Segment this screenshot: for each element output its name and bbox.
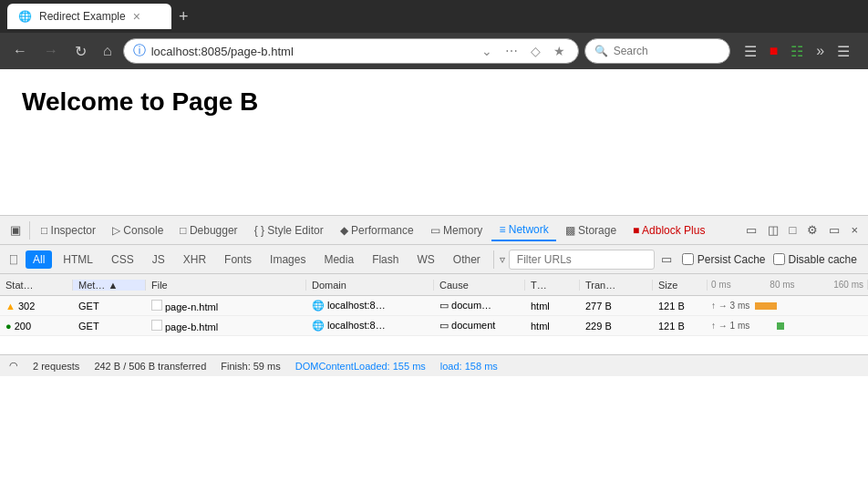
filter-fonts[interactable]: Fonts [217, 250, 259, 269]
timing-160ms: 160 ms [833, 280, 863, 290]
tab-close-button[interactable]: × [133, 9, 140, 24]
filter-js[interactable]: JS [145, 250, 172, 269]
home-button[interactable]: ⌂ [98, 39, 118, 63]
filter-flash[interactable]: Flash [365, 250, 406, 269]
col-status[interactable]: Stat… [0, 280, 73, 291]
disable-cache-checkbox[interactable] [773, 253, 785, 265]
filter-urls-input[interactable] [509, 250, 655, 270]
forward-button[interactable]: → [38, 39, 64, 63]
load-time[interactable]: load: 158 ms [440, 361, 498, 372]
tab-inspector[interactable]: □ Inspector [34, 220, 103, 240]
active-tab[interactable]: 🌐 Redirect Example × [7, 4, 171, 29]
more-devtools-icon[interactable]: ▭ [824, 220, 844, 240]
status-code-200: 200 [15, 321, 31, 332]
col-size[interactable]: Size [653, 280, 708, 291]
row-file-200: page-b.html [146, 320, 306, 332]
clear-network-button[interactable]: ⎕ [5, 250, 22, 269]
row-timing-302: ↑ → 3 ms [708, 301, 868, 311]
new-tab-button[interactable]: + [179, 7, 189, 26]
warning-icon: ▲ [5, 301, 16, 311]
cause-icon-200: ▭ [439, 320, 449, 331]
filter-options-button[interactable]: ▭ [658, 250, 675, 269]
url-more-button[interactable]: ⋯ [501, 42, 522, 60]
disable-cache-label[interactable]: Disable cache [773, 253, 857, 266]
pocket-nav-icon[interactable]: ■ [765, 39, 783, 63]
row-status-200: ● 200 [0, 321, 73, 332]
menu-icon[interactable]: ☰ [832, 39, 854, 64]
row-cause-200: ▭ document [434, 320, 525, 332]
tab-network[interactable]: ≡ Network [491, 220, 555, 241]
pocket-icon[interactable]: ◇ [527, 42, 544, 60]
devtools-toolbar: ▣ □ Inspector ▷ Console □ Debugger { } S… [0, 216, 868, 245]
filter-html[interactable]: HTML [56, 250, 100, 269]
url-bar[interactable]: ⓘ localhost:8085/page-b.html ⌄ ⋯ ◇ ★ [123, 38, 579, 64]
ok-icon: ● [5, 321, 12, 332]
col-cause[interactable]: Cause [434, 280, 525, 291]
tab-adblock[interactable]: ■ Adblock Plus [625, 220, 712, 240]
tab-style-editor[interactable]: { } Style Editor [247, 220, 331, 240]
persist-cache-text: Persist Cache [698, 253, 766, 266]
dock-icon[interactable]: □ [785, 220, 801, 240]
persist-cache-label[interactable]: Persist Cache [682, 253, 766, 266]
search-icon: 🔍 [594, 45, 608, 57]
filter-ws[interactable]: WS [409, 250, 441, 269]
network-status-bar: ◠ 2 requests 242 B / 506 B transferred F… [0, 354, 868, 376]
settings-icon[interactable]: ⚙ [802, 220, 822, 240]
tab-storage[interactable]: ▩ Storage [558, 220, 624, 240]
nav-right-icons: ☰ ■ ☷ » ☰ [739, 39, 855, 64]
back-button[interactable]: ← [7, 39, 33, 63]
col-file[interactable]: File [146, 280, 306, 291]
browser-chrome: 🌐 Redirect Example × + [0, 0, 868, 33]
network-empty-area [0, 336, 868, 354]
row-size-302: 121 B [653, 301, 708, 311]
domain-icon-302: 🌐 [312, 300, 325, 311]
row-method-200: GET [73, 321, 146, 332]
reload-button[interactable]: ↻ [69, 39, 92, 64]
table-row[interactable]: ● 200 GET page-b.html 🌐 localhost:8… ▭ d… [0, 316, 868, 336]
search-input[interactable] [614, 45, 720, 57]
request-count: 2 requests [33, 361, 79, 372]
responsive-design-icon[interactable]: ▭ [741, 220, 761, 240]
tab-memory[interactable]: ▭ Memory [423, 220, 491, 240]
row-status-302: ▲ 302 [0, 301, 73, 311]
row-timing-200: ↑ → 1 ms [708, 321, 868, 331]
filter-xhr[interactable]: XHR [176, 250, 213, 269]
timing-80ms: 80 ms [770, 280, 794, 290]
page-content: Welcome to Page B [0, 69, 868, 215]
tab-performance[interactable]: ◆ Performance [333, 220, 421, 240]
tab-console[interactable]: ▷ Console [105, 220, 170, 240]
col-type[interactable]: T… [525, 280, 580, 291]
filter-funnel-icon: ▿ [500, 253, 505, 266]
col-domain[interactable]: Domain [306, 280, 434, 291]
library-icon[interactable]: ☰ [739, 39, 761, 64]
col-method[interactable]: Met… ▲ [73, 280, 146, 291]
table-row[interactable]: ▲ 302 GET page-n.html 🌐 localhost:8… ▭ d… [0, 296, 868, 316]
timing-0ms: 0 ms [711, 280, 731, 290]
devtools-inspect-icon[interactable]: ▣ [5, 220, 26, 240]
transferred-size: 242 B / 506 B transferred [94, 361, 206, 372]
url-text: localhost:8085/page-b.html [151, 45, 472, 58]
filter-css[interactable]: CSS [104, 250, 141, 269]
filter-images[interactable]: Images [263, 250, 313, 269]
row-domain-302: 🌐 localhost:8… [306, 300, 434, 311]
more-tools-icon[interactable]: » [811, 39, 829, 63]
search-bar[interactable]: 🔍 [584, 38, 730, 64]
dom-content-loaded[interactable]: DOMContentLoaded: 155 ms [295, 361, 426, 372]
tab-debugger[interactable]: □ Debugger [172, 220, 244, 240]
filter-other[interactable]: Other [446, 250, 488, 269]
tab-favicon: 🌐 [18, 10, 32, 23]
bookmark-icon[interactable]: ★ [550, 42, 569, 60]
cause-icon-302: ▭ [439, 300, 449, 311]
close-devtools-icon[interactable]: × [846, 220, 863, 240]
domain-icon-200: 🌐 [312, 320, 325, 331]
split-view-icon[interactable]: ◫ [763, 220, 783, 240]
network-filter-toolbar: ⎕ All HTML CSS JS XHR Fonts Images Media… [0, 245, 868, 274]
persist-cache-checkbox[interactable] [682, 253, 694, 265]
url-dropdown-icon[interactable]: ⌄ [478, 42, 496, 60]
filter-all[interactable]: All [26, 250, 52, 269]
filter-media[interactable]: Media [316, 250, 361, 269]
screenshot-icon[interactable]: ☷ [786, 39, 808, 64]
row-file-302: page-n.html [146, 300, 306, 312]
col-transferred[interactable]: Tran… [580, 280, 653, 291]
security-icon: ⓘ [133, 43, 146, 59]
